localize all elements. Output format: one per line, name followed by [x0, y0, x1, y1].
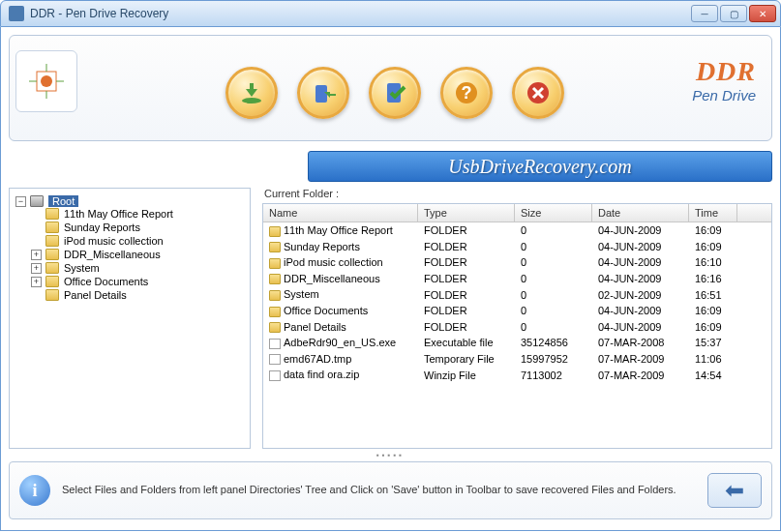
svg-text:?: ? — [461, 83, 471, 103]
bottom-bar: i Select Files and Folders from left pan… — [9, 461, 772, 519]
save-button[interactable] — [225, 67, 278, 119]
check-button[interactable] — [369, 67, 421, 119]
cancel-button[interactable] — [512, 67, 564, 119]
tree-node[interactable]: Sunday Reports — [31, 222, 246, 233]
directory-tree[interactable]: − Root 11th May Office ReportSunday Repo… — [14, 194, 246, 303]
tree-node[interactable]: 11th May Office Report — [31, 208, 246, 220]
cell: 35124856 — [515, 336, 592, 349]
close-button[interactable]: ✕ — [749, 5, 776, 22]
cell: 16:09 — [689, 223, 737, 237]
collapse-icon[interactable]: − — [15, 196, 26, 207]
folder-icon — [269, 290, 281, 301]
tree-root-label[interactable]: Root — [48, 195, 78, 207]
file-icon — [269, 370, 281, 381]
cell: FOLDER — [418, 255, 515, 269]
brand-subtitle: Pen Drive — [692, 87, 756, 103]
url-banner: UsbDriveRecovery.com — [308, 151, 772, 182]
tree-root[interactable]: − Root — [15, 195, 246, 207]
cell: 0 — [515, 288, 592, 302]
tree-node[interactable]: +System — [31, 262, 246, 274]
list-row[interactable]: DDR_MiscellaneousFOLDER004-JUN-200916:16 — [263, 271, 771, 287]
expand-icon[interactable]: + — [31, 277, 42, 287]
minimize-button[interactable]: ─ — [691, 5, 718, 22]
list-row[interactable]: AdbeRdr90_en_US.exeExecutable file351248… — [263, 335, 771, 351]
list-row[interactable]: Panel DetailsFOLDER004-JUN-200916:09 — [263, 319, 771, 336]
tree-node-label: Panel Details — [64, 289, 127, 301]
cell: 0 — [515, 255, 592, 269]
cell: 0 — [515, 320, 592, 334]
file-list[interactable]: Name Type Size Date Time 11th May Office… — [262, 203, 772, 449]
window-title: DDR - Pen Drive Recovery — [30, 7, 691, 20]
help-button[interactable]: ? — [440, 67, 493, 119]
expander-blank — [31, 209, 42, 220]
list-header: Name Type Size Date Time — [263, 204, 771, 222]
folder-icon — [269, 242, 281, 252]
file-icon — [269, 354, 281, 365]
folder-icon — [45, 276, 59, 287]
col-time[interactable]: Time — [689, 204, 737, 222]
cell: System — [263, 287, 418, 302]
cell: Temporary File — [418, 352, 515, 366]
tree-node[interactable]: Panel Details — [31, 289, 246, 301]
open-button[interactable] — [297, 67, 349, 119]
back-button[interactable]: ⬅ — [707, 473, 762, 508]
folder-icon — [269, 226, 281, 237]
maximize-button[interactable]: ▢ — [720, 5, 747, 22]
cell: 04-JUN-2009 — [592, 320, 689, 334]
cell: FOLDER — [418, 320, 515, 334]
cell: 04-JUN-2009 — [592, 223, 689, 237]
cell: Sunday Reports — [263, 240, 418, 254]
cell: 16:51 — [689, 288, 737, 302]
cell: 0 — [515, 240, 592, 253]
back-arrow-icon: ⬅ — [725, 477, 744, 504]
cell: 07-MAR-2009 — [592, 352, 689, 366]
cell: 04-JUN-2009 — [592, 240, 689, 253]
resize-grip[interactable]: ▪▪▪▪▪ — [9, 449, 772, 461]
list-row[interactable]: emd67AD.tmpTemporary File1599795207-MAR-… — [263, 351, 771, 368]
cell: iPod music collection — [263, 255, 418, 270]
cell: Winzip File — [418, 369, 515, 382]
list-row[interactable]: Sunday ReportsFOLDER004-JUN-200916:09 — [263, 239, 771, 255]
cell: 0 — [515, 223, 592, 237]
tree-panel[interactable]: − Root 11th May Office ReportSunday Repo… — [9, 188, 251, 449]
cell: AdbeRdr90_en_US.exe — [263, 336, 418, 350]
svg-point-1 — [41, 75, 52, 87]
cell: Office Documents — [263, 304, 418, 318]
brand-block: DDR Pen Drive — [692, 56, 756, 103]
list-row[interactable]: SystemFOLDER002-JUN-200916:51 — [263, 286, 771, 303]
list-row[interactable]: data find ora.zipWinzip File711300207-MA… — [263, 367, 771, 383]
col-name[interactable]: Name — [263, 204, 418, 222]
col-type[interactable]: Type — [418, 204, 515, 222]
cell: 0 — [515, 272, 592, 285]
cell: 16:16 — [689, 272, 737, 285]
cell: emd67AD.tmp — [263, 352, 418, 367]
col-date[interactable]: Date — [592, 204, 689, 222]
list-row[interactable]: iPod music collectionFOLDER004-JUN-20091… — [263, 254, 771, 271]
list-body[interactable]: 11th May Office ReportFOLDER004-JUN-2009… — [263, 222, 771, 448]
expand-icon[interactable]: + — [31, 263, 42, 274]
folder-icon — [45, 289, 59, 301]
current-folder-label: Current Folder : — [262, 188, 772, 199]
cell: 07-MAR-2009 — [592, 369, 689, 382]
tree-node-label: Sunday Reports — [64, 222, 140, 233]
cell: 07-MAR-2008 — [592, 336, 689, 349]
cell: 0 — [515, 304, 592, 317]
list-area: Current Folder : Name Type Size Date Tim… — [262, 188, 772, 449]
titlebar[interactable]: DDR - Pen Drive Recovery ─ ▢ ✕ — [0, 0, 781, 27]
folder-icon — [45, 262, 59, 274]
tree-node[interactable]: iPod music collection — [31, 235, 246, 247]
cell: 02-JUN-2009 — [592, 288, 689, 302]
col-size[interactable]: Size — [515, 204, 592, 222]
brand-name: DDR — [692, 56, 756, 87]
app-logo — [15, 50, 77, 112]
expand-icon[interactable]: + — [31, 250, 42, 260]
list-row[interactable]: 11th May Office ReportFOLDER004-JUN-2009… — [263, 222, 771, 239]
header-panel: ? DDR Pen Drive — [9, 35, 772, 141]
window-body: ? DDR Pen Drive UsbDriveRecovery.com − R… — [0, 27, 781, 531]
content-row: − Root 11th May Office ReportSunday Repo… — [9, 188, 772, 449]
list-row[interactable]: Office DocumentsFOLDER004-JUN-200916:09 — [263, 303, 771, 319]
cell: 04-JUN-2009 — [592, 304, 689, 317]
tree-node-label: System — [64, 262, 100, 274]
tree-node[interactable]: +DDR_Miscellaneous — [31, 249, 246, 260]
tree-node[interactable]: +Office Documents — [31, 276, 246, 287]
